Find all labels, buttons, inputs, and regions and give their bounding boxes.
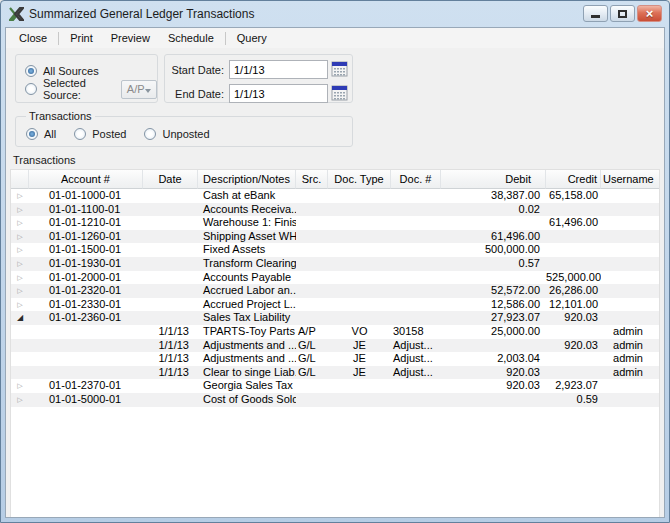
cell-doc-number bbox=[391, 284, 441, 298]
cell-username: admin bbox=[601, 366, 660, 380]
cell-doc-type bbox=[328, 230, 391, 244]
cell-doc-type bbox=[328, 393, 391, 407]
expander-icon[interactable]: ▷ bbox=[11, 298, 29, 312]
cell-src: A/P bbox=[296, 325, 328, 339]
menu-schedule[interactable]: Schedule bbox=[159, 30, 223, 46]
start-date-calendar-button[interactable] bbox=[330, 61, 348, 78]
cell-username bbox=[601, 393, 660, 407]
cell-account: 01-01-1260-01 bbox=[29, 230, 143, 244]
cell-date bbox=[143, 393, 198, 407]
cell-credit: 65,158.00 bbox=[546, 189, 601, 203]
cell-doc-type: JE bbox=[328, 352, 391, 366]
header-credit[interactable]: Credit bbox=[546, 170, 601, 189]
cell-description: Transform Clearing bbox=[198, 257, 296, 271]
cell-debit: 500,000.00 bbox=[441, 243, 546, 257]
expander-icon[interactable]: ▷ bbox=[11, 203, 29, 217]
cell-src bbox=[296, 393, 328, 407]
menu-close[interactable]: Close bbox=[10, 30, 56, 46]
cell-description: Adjustments and ... bbox=[198, 339, 296, 353]
start-date-input[interactable] bbox=[229, 60, 328, 79]
header-doc-number[interactable]: Doc. # bbox=[391, 170, 441, 189]
cell-description: Cost of Goods Sold bbox=[198, 393, 296, 407]
table-row[interactable]: ▷ 01-01-1100-01 Accounts Receiva... 0.02 bbox=[11, 203, 659, 217]
expander-icon[interactable]: ▷ bbox=[11, 379, 29, 393]
table-row[interactable]: 1/1/13 Adjustments and ... G/L JE Adjust… bbox=[11, 352, 659, 366]
maximize-button[interactable] bbox=[610, 5, 635, 22]
expander-icon[interactable]: ◢ bbox=[11, 311, 29, 325]
header-src[interactable]: Src. bbox=[296, 170, 328, 189]
expander-icon[interactable]: ▷ bbox=[11, 216, 29, 230]
expander-icon[interactable] bbox=[11, 352, 29, 366]
header-account[interactable]: Account # bbox=[29, 170, 143, 189]
table-row[interactable]: ▷ 01-01-2320-01 Accrued Labor an... 52,5… bbox=[11, 284, 659, 298]
cell-credit: 61,496.00 bbox=[546, 216, 601, 230]
expander-icon[interactable]: ▷ bbox=[11, 257, 29, 271]
expander-icon[interactable]: ▷ bbox=[11, 393, 29, 407]
cell-debit: 12,586.00 bbox=[441, 298, 546, 312]
table-row[interactable]: ▷ 01-01-2370-01 Georgia Sales Tax ... 92… bbox=[11, 379, 659, 393]
minimize-button[interactable] bbox=[583, 5, 608, 22]
header-username[interactable]: Username bbox=[601, 170, 660, 189]
cell-src bbox=[296, 243, 328, 257]
cell-debit: 920.03 bbox=[441, 366, 546, 380]
expander-icon[interactable]: ▷ bbox=[11, 271, 29, 285]
table-row[interactable]: ▷ 01-01-5000-01 Cost of Goods Sold 0.59 bbox=[11, 393, 659, 407]
radio-posted[interactable]: Posted bbox=[74, 125, 126, 143]
header-date[interactable]: Date bbox=[143, 170, 198, 189]
cell-username bbox=[601, 203, 660, 217]
table-row[interactable]: ◢ 01-01-2360-01 Sales Tax Liability 27,9… bbox=[11, 311, 659, 325]
cell-src bbox=[296, 216, 328, 230]
radio-unposted[interactable]: Unposted bbox=[144, 125, 209, 143]
expander-icon[interactable]: ▷ bbox=[11, 230, 29, 244]
table-row[interactable]: ▷ 01-01-1930-01 Transform Clearing 0.57 bbox=[11, 257, 659, 271]
table-row[interactable]: 1/1/13 Adjustments and ... G/L JE Adjust… bbox=[11, 339, 659, 353]
table-row[interactable]: ▷ 01-01-1260-01 Shipping Asset WH1 61,49… bbox=[11, 230, 659, 244]
end-date-input[interactable] bbox=[229, 84, 328, 103]
source-select[interactable]: A/P bbox=[121, 80, 157, 99]
cell-credit bbox=[546, 325, 601, 339]
table-row[interactable]: ▷ 01-01-1210-01 Warehouse 1: Finis... 61… bbox=[11, 216, 659, 230]
table-row[interactable]: ▷ 01-01-2000-01 Accounts Payable 525,000… bbox=[11, 271, 659, 285]
cell-doc-number bbox=[391, 393, 441, 407]
header-doc-type[interactable]: Doc. Type bbox=[328, 170, 391, 189]
header-description[interactable]: Description/Notes bbox=[198, 170, 296, 189]
menu-separator bbox=[58, 32, 59, 45]
expander-icon[interactable]: ▷ bbox=[11, 189, 29, 203]
expander-icon[interactable] bbox=[11, 325, 29, 339]
table-row[interactable]: 1/1/13 TPARTS-Toy Parts ... A/P VO 30158… bbox=[11, 325, 659, 339]
cell-date: 1/1/13 bbox=[143, 366, 198, 380]
radio-all[interactable]: All bbox=[26, 125, 56, 143]
menu-query[interactable]: Query bbox=[228, 30, 276, 46]
table-row[interactable]: ▷ 01-01-2330-01 Accrued Project L... 12,… bbox=[11, 298, 659, 312]
cell-date: 1/1/13 bbox=[143, 339, 198, 353]
expander-icon[interactable] bbox=[11, 339, 29, 353]
cell-account bbox=[29, 339, 143, 353]
app-window: Summarized General Ledger Transactions ×… bbox=[0, 0, 670, 523]
menu-preview[interactable]: Preview bbox=[102, 30, 159, 46]
table-row[interactable]: ▷ 01-01-1000-01 Cash at eBank 38,387.00 … bbox=[11, 189, 659, 203]
cell-date: 1/1/13 bbox=[143, 325, 198, 339]
table-row[interactable]: ▷ 01-01-1500-01 Fixed Assets 500,000.00 bbox=[11, 243, 659, 257]
table-row[interactable]: 1/1/13 Clear to singe Liab... G/L JE Adj… bbox=[11, 366, 659, 380]
menu-print[interactable]: Print bbox=[61, 30, 102, 46]
cell-credit: 2,923.07 bbox=[546, 379, 601, 393]
cell-username bbox=[601, 311, 660, 325]
cell-account: 01-01-2370-01 bbox=[29, 379, 143, 393]
radio-selected-source[interactable]: Selected Source: A/P bbox=[25, 80, 157, 98]
header-debit[interactable]: Debit bbox=[441, 170, 546, 189]
cell-doc-number bbox=[391, 257, 441, 271]
cell-doc-number: 30158 bbox=[391, 325, 441, 339]
posted-radio-icon bbox=[74, 128, 86, 140]
cell-date: 1/1/13 bbox=[143, 352, 198, 366]
expander-icon[interactable] bbox=[11, 366, 29, 380]
cell-username: admin bbox=[601, 339, 660, 353]
cell-account: 01-01-1210-01 bbox=[29, 216, 143, 230]
cell-username bbox=[601, 230, 660, 244]
expander-icon[interactable]: ▷ bbox=[11, 243, 29, 257]
cell-description: TPARTS-Toy Parts ... bbox=[198, 325, 296, 339]
cell-doc-number bbox=[391, 189, 441, 203]
cell-credit: 920.03 bbox=[546, 339, 601, 353]
close-button[interactable]: × bbox=[637, 5, 662, 22]
expander-icon[interactable]: ▷ bbox=[11, 284, 29, 298]
end-date-calendar-button[interactable] bbox=[330, 85, 348, 102]
